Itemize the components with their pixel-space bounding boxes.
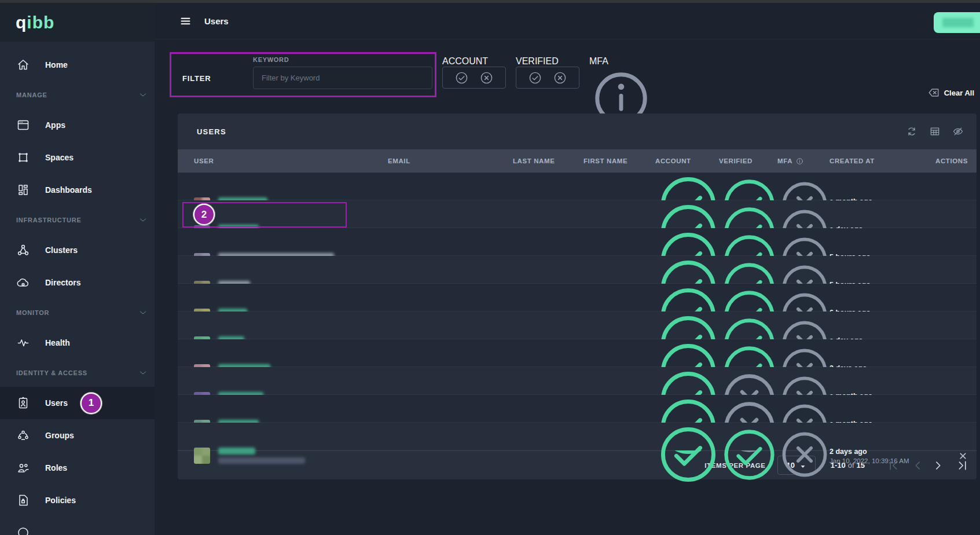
table-row[interactable]: -a month agoDec 9, 2021, 1:52:30 PM [178,395,977,423]
refresh-icon[interactable] [906,126,917,137]
sidebar-item-users[interactable]: Users1 [0,387,155,419]
clusters-icon [16,243,30,257]
filter-group-label: VERIFIED [516,56,579,67]
table-view-icon[interactable] [929,126,941,137]
chevron-down-icon [138,308,148,317]
table-row[interactable]: 2 days agoJan 10, 2022, 10:45:09 AM [178,339,977,367]
topbar: Users [155,3,980,39]
backspace-icon [927,86,940,99]
circle-icon [16,526,30,535]
delete-user-button[interactable] [958,451,968,461]
table-row[interactable]: 5 hours agoJan 12, 2022, 8:42:10 AM [178,256,977,284]
verified-status-cell [719,426,777,486]
sidebar-item-roles[interactable]: Roles [0,452,155,484]
chevron-down-icon [138,90,148,100]
info-icon[interactable] [796,157,803,165]
sidebar-section-monitor[interactable]: MONITOR [0,299,155,327]
home-icon [16,58,30,72]
sidebar-item-label: Dashboards [45,185,92,195]
sidebar-item-label: Directors [45,278,80,287]
sidebar-item-label: Spaces [45,153,74,162]
table-body: a month agoDec 16, 2021, 11:07:38 AMID: … [178,173,977,450]
filter-group-label: ACCOUNT [442,56,506,67]
sidebar-item-label: Health [45,338,70,347]
sidebar-item-label: Groups [45,431,74,440]
column-header-account: ACCOUNT [655,157,719,164]
column-header-verified: VERIFIED [719,157,777,164]
sidebar-item-apps[interactable]: Apps [0,109,155,141]
table-row[interactable]: 2 days agoJan 10, 2022, 10:39:16 AM [178,423,977,450]
primary-action-button[interactable] [934,12,980,33]
user-avatar [194,448,210,464]
filter-label: FILTER [182,74,253,83]
users-card-header: USERS [178,113,977,149]
account-status-cell [655,423,719,489]
sidebar-item-health[interactable]: Health [0,327,155,359]
column-header-last-name: LAST NAME [513,157,583,164]
actions-cell [932,451,968,461]
mfa-status-cell [777,428,829,483]
table-row[interactable]: a day agoJan 11, 2022, 9:12:17 AM [178,312,977,339]
account-yes-toggle[interactable] [455,71,468,85]
table-row[interactable]: a month agoDec 16, 2021, 11:07:38 AM [178,173,977,200]
sidebar-section-identity-access[interactable]: IDENTITY & ACCESS [0,359,155,387]
blurred-button-label [942,18,974,27]
created-date: Jan 10, 2022, 10:39:16 AM [829,457,932,464]
sidebar: qibb HomeMANAGEAppsSpacesDashboardsINFRA… [0,3,155,535]
page: qibb HomeMANAGEAppsSpacesDashboardsINFRA… [0,0,980,535]
table-row[interactable]: 5 hours agoJan 12, 2022, 8:47:11 AM [178,228,977,256]
table-header-row: USEREMAILLAST NAMEFIRST NAMEACCOUNTVERIF… [178,149,977,173]
hamburger-menu-icon[interactable] [179,15,192,27]
clear-all-button[interactable]: Clear All [927,86,974,99]
table-row[interactable]: ID: 14b48bd72a day agoJan 11, 2022, 9:20… [178,200,977,228]
chevron-down-icon [138,215,148,225]
table-row[interactable]: --a month agoDec 6, 2021, 6:22:45 PM [178,367,977,395]
sidebar-item-dashboards[interactable]: Dashboards [0,174,155,206]
sidebar-item-label: Users [45,398,68,408]
next-page-button[interactable] [932,460,944,471]
sidebar-item-spaces[interactable]: Spaces [0,141,155,174]
sidebar-item-clusters[interactable]: Clusters [0,234,155,266]
keyword-label: KEYWORD [253,56,432,63]
logo-area[interactable]: qibb [0,3,155,42]
sidebar-item-circle[interactable] [0,516,155,535]
verified-no-toggle[interactable] [553,71,567,85]
created-at-cell: 2 days agoJan 10, 2022, 10:39:16 AM [829,448,932,464]
card-title: USERS [197,127,906,136]
table-row[interactable]: 6 hours agoJan 12, 2022, 8:21:45 AM [178,284,977,312]
keyword-input[interactable] [253,67,432,89]
blurred-user-name [218,448,255,455]
page-title: Users [204,16,229,26]
spaces-icon [16,151,30,164]
toggle-group [516,67,579,89]
filter-bar: FILTER KEYWORD ACCOUNTVERIFIEDMFA Clear … [155,39,980,113]
sidebar-item-label: Policies [45,496,76,505]
user-cell [194,448,388,464]
section-label: MANAGE [16,91,138,98]
dashboards-icon [16,183,30,197]
section-label: INFRASTRUCTURE [16,217,138,223]
sidebar-section-infrastructure[interactable]: INFRASTRUCTURE [0,206,155,234]
users-icon [16,396,30,410]
verified-yes-toggle[interactable] [528,71,542,85]
account-no-toggle[interactable] [480,71,493,85]
sidebar-item-label: Roles [45,463,67,472]
directors-icon [16,276,30,290]
x-circle-icon [779,472,831,482]
section-label: IDENTITY & ACCESS [16,369,138,376]
check-circle-icon [720,476,779,486]
column-header-email: EMAIL [388,157,513,164]
sidebar-item-label: Apps [45,120,65,130]
annotation-badge-row: 2 [193,204,215,225]
sidebar-item-policies[interactable]: Policies [0,484,155,516]
last-page-button[interactable] [956,460,968,471]
users-card: USERS USEREMAILLAST NAMEFIRST NAMEACCOUN… [178,113,977,479]
sidebar-section-manage[interactable]: MANAGE [0,81,155,109]
sidebar-item-directors[interactable]: Directors [0,266,155,299]
sidebar-item-groups[interactable]: Groups [0,419,155,452]
eye-off-icon[interactable] [952,126,964,137]
blurred-user-subtext [218,457,305,464]
sidebar-item-home[interactable]: Home [0,49,155,81]
section-label: MONITOR [16,309,138,316]
policies-icon [16,493,30,507]
